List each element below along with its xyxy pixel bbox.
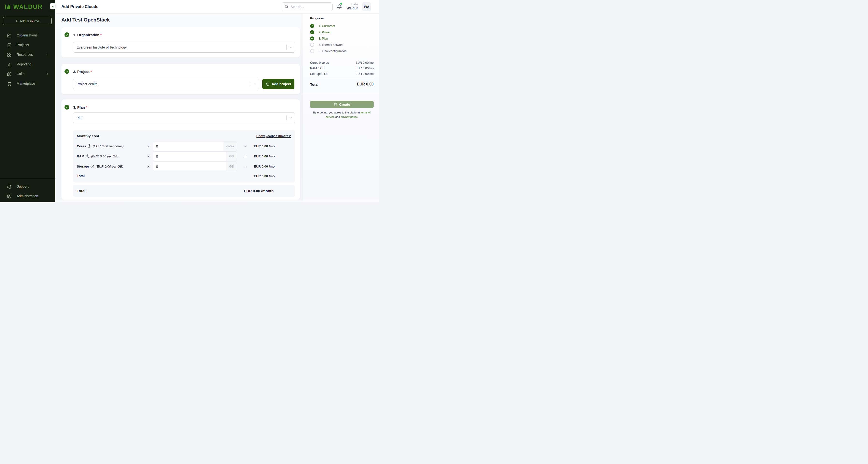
form-title: Add Test OpenStack <box>61 17 300 23</box>
sidebar-footer: Support Administration <box>0 179 55 202</box>
sidebar-item-label: Projects <box>17 43 49 47</box>
help-icon[interactable]: ? <box>86 155 89 158</box>
section-title: 1. Organization* <box>73 33 102 37</box>
required-asterisk: * <box>86 105 87 109</box>
unit-suffix: cores <box>224 141 237 151</box>
chevron-right-icon <box>46 53 49 56</box>
avatar[interactable]: WA <box>362 2 371 11</box>
cost-row-storage: Storage ? (EUR 0.00 per GB) X GB = EUR 0… <box>77 161 291 171</box>
logo-wordmark: WALDUR <box>13 3 43 10</box>
cost-row-label: RAM ? (EUR 0.00 per GB) <box>77 155 144 158</box>
cost-row-result: EUR 0.00 /mo <box>254 155 291 158</box>
chevron-down-icon <box>289 116 293 120</box>
progress-step-label: 1. Customer <box>318 24 335 28</box>
content-row: Add Test OpenStack 1. Organization* Ever… <box>55 13 379 202</box>
privacy-policy-link[interactable]: privacy policy <box>341 115 357 118</box>
plan-select[interactable]: Plan <box>73 112 295 123</box>
chevron-right-icon <box>46 72 49 75</box>
search-box[interactable] <box>282 2 333 11</box>
section-title: 2. Project* <box>73 69 92 74</box>
ram-input-group: GB <box>153 152 237 161</box>
progress-step-customer[interactable]: 1. Customer <box>310 24 374 28</box>
multiply-sign: X <box>144 165 153 168</box>
chevron-down-icon <box>289 45 293 49</box>
header-actions: Hello Waldur WA <box>282 2 371 11</box>
sidebar-item-label: Reporting <box>17 62 49 66</box>
order-summary-rail: Progress 1. Customer 2. Project <box>303 13 379 202</box>
step-connector <box>312 28 312 30</box>
show-yearly-estimates-link[interactable]: Show yearly estimates* <box>256 134 291 138</box>
help-icon[interactable]: ? <box>91 165 94 168</box>
sidebar-item-reporting[interactable]: Reporting <box>0 59 55 69</box>
help-icon[interactable]: ? <box>88 144 91 148</box>
sidebar-item-label: Marketplace <box>17 81 49 86</box>
cost-row-ram: RAM ? (EUR 0.00 per GB) X GB = EUR 0.00 … <box>77 151 291 161</box>
greeting-hello: Hello <box>347 3 358 6</box>
terms-text: By ordering, you agree to the platform t… <box>310 110 374 119</box>
sidebar-item-calls[interactable]: Calls <box>0 69 55 79</box>
divider <box>310 79 374 79</box>
project-select-value: Project Zenith <box>76 82 251 86</box>
add-resource-button[interactable]: + Add resource <box>3 17 52 25</box>
create-button[interactable]: Create <box>310 101 374 108</box>
progress-step-internal-network[interactable]: 4. Internal network <box>310 43 374 47</box>
organization-select[interactable]: Evergreen Institute of Technology <box>73 42 295 53</box>
bell-icon <box>337 4 342 9</box>
check-circle-icon <box>310 30 314 34</box>
required-asterisk: * <box>100 33 102 37</box>
summary-label: Storage 0 GB <box>310 72 329 75</box>
ram-input[interactable] <box>153 152 226 161</box>
step-connector <box>312 34 312 36</box>
summary-total-row: Total EUR 0.00 <box>310 82 374 87</box>
empty-circle-icon <box>310 43 314 47</box>
grid-icon <box>7 52 12 57</box>
sidebar-item-label: Organizations <box>17 33 49 37</box>
progress-step-plan[interactable]: 3. Plan <box>310 36 374 40</box>
summary-row-cores: Cores 0 cores EUR 0.00/mo <box>310 60 374 65</box>
summary-row-storage: Storage 0 GB EUR 0.00/mo <box>310 71 374 76</box>
check-circle-icon <box>310 24 314 28</box>
top-header: Add Private Clouds Hello Waldur <box>55 0 379 13</box>
progress-step-project[interactable]: 2. Project <box>310 30 374 34</box>
check-circle-icon <box>64 69 69 74</box>
progress-step-label: 3. Plan <box>318 37 328 40</box>
grand-total-label: Total <box>77 189 86 193</box>
section-organization: 1. Organization* Evergreen Institute of … <box>61 27 300 58</box>
sidebar-item-organizations[interactable]: Organizations <box>0 30 55 40</box>
summary-label: RAM 0 GB <box>310 67 324 70</box>
progress-step-final-configuration[interactable]: 5. Final configuration <box>310 49 374 53</box>
sidebar-item-marketplace[interactable]: Marketplace <box>0 79 55 88</box>
unit-suffix: GB <box>226 162 237 171</box>
notifications-button[interactable] <box>337 4 342 10</box>
summary-total-value: EUR 0.00 <box>357 82 374 87</box>
cores-input[interactable] <box>153 141 224 151</box>
sidebar-nav: Organizations Projects Resources <box>0 30 55 88</box>
sidebar-item-label: Resources <box>17 53 41 57</box>
logo[interactable]: WALDUR <box>0 0 55 13</box>
check-circle-icon <box>64 32 69 37</box>
progress-title: Progress <box>310 16 374 20</box>
sidebar-item-resources[interactable]: Resources <box>0 50 55 59</box>
sidebar-item-administration[interactable]: Administration <box>0 191 55 201</box>
order-section: Create By ordering, you agree to the pla… <box>303 94 379 119</box>
monthly-total-row: Total EUR 0.00 /mo <box>77 173 291 179</box>
add-project-button[interactable]: Add project <box>262 79 294 89</box>
storage-input[interactable] <box>153 162 226 171</box>
summary-value: EUR 0.00/mo <box>355 61 374 64</box>
sidebar-item-support[interactable]: Support <box>0 181 55 191</box>
step-connector <box>312 47 312 49</box>
search-input[interactable] <box>290 5 330 9</box>
page-title: Add Private Clouds <box>61 4 98 9</box>
progress-step-label: 5. Final configuration <box>318 49 347 53</box>
project-select[interactable]: Project Zenith <box>73 79 259 89</box>
plus-icon: + <box>16 19 18 23</box>
sidebar-item-projects[interactable]: Projects <box>0 40 55 50</box>
equals-sign: = <box>237 155 254 158</box>
check-circle-icon <box>64 105 69 110</box>
plan-select-value: Plan <box>76 116 286 120</box>
summary-row-ram: RAM 0 GB EUR 0.00/mo <box>310 65 374 71</box>
sidebar-collapse-button[interactable]: » <box>50 3 55 9</box>
sidebar-divider <box>0 179 55 179</box>
price-note: (EUR 0.00 per GB) <box>91 155 119 158</box>
section-plan: 3. Plan* Plan Monthly cost Show yearly e… <box>61 99 300 200</box>
